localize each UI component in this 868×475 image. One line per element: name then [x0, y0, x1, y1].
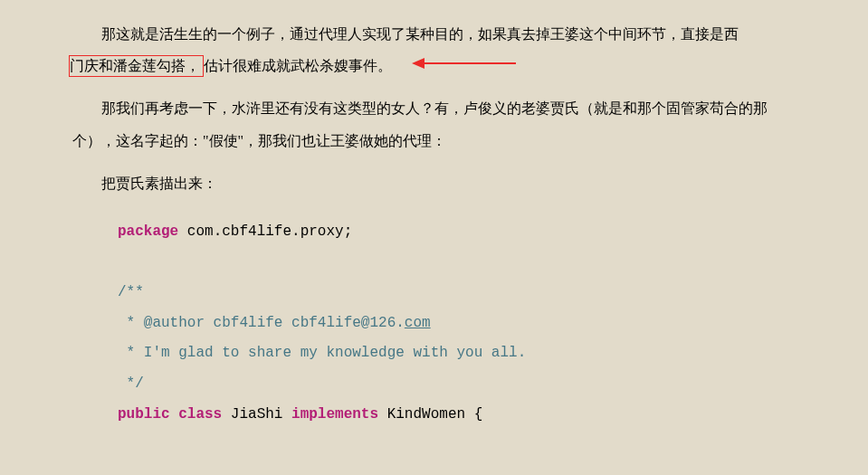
para3-text: 把贾氏素描出来：: [101, 176, 217, 191]
paragraph-3: 把贾氏素描出来：: [72, 167, 796, 199]
code-block: package com.cbf4life.proxy; /** * @autho…: [118, 217, 796, 475]
red-arrow-icon: [412, 54, 520, 72]
keyword-implements: implements: [282, 406, 378, 423]
code-line-comment-author: * @author cbf4life cbf4life@126.com: [118, 309, 796, 339]
class-name: JiaShi: [222, 406, 282, 423]
para1-text-b: 估计很难成就武松杀嫂事件。: [204, 58, 392, 73]
link-com[interactable]: com: [405, 315, 431, 331]
code-line-blank: [118, 430, 796, 461]
code-line-comment-desc: * I'm glad to share my knowledge with yo…: [118, 338, 796, 369]
comment-author-text: * @author cbf4life cbf4life@126.: [118, 315, 405, 331]
code-line-blank: [118, 461, 796, 475]
code-line-package: package com.cbf4life.proxy;: [118, 217, 796, 248]
para1-text-a: 那这就是活生生的一个例子，通过代理人实现了某种目的，如果真去掉王婆这个中间环节，…: [101, 26, 739, 42]
interface-name: KindWomen {: [378, 406, 482, 423]
document-body: 那这就是活生生的一个例子，通过代理人实现了某种目的，如果真去掉王婆这个中间环节，…: [0, 0, 868, 475]
keyword-class: class: [170, 406, 223, 423]
keyword-package: package: [118, 223, 178, 240]
code-line-class-decl: public class JiaShi implements KindWomen…: [118, 400, 796, 431]
para2-text: 那我们再考虑一下，水浒里还有没有这类型的女人？有，卢俊义的老婆贾氏（就是和那个固…: [72, 100, 768, 147]
code-line-comment-open: /**: [118, 278, 796, 309]
keyword-public: public: [118, 406, 170, 423]
svg-marker-1: [412, 58, 424, 69]
package-name: com.cbf4life.proxy;: [178, 223, 352, 240]
highlighted-text: 门庆和潘金莲勾搭，: [69, 55, 204, 77]
para1-box-text: 门庆和潘金莲勾搭，: [70, 58, 200, 73]
code-line-blank: [118, 248, 796, 279]
paragraph-2: 那我们再考虑一下，水浒里还有没有这类型的女人？有，卢俊义的老婆贾氏（就是和那个固…: [72, 92, 796, 156]
code-line-comment-close: */: [118, 369, 796, 400]
